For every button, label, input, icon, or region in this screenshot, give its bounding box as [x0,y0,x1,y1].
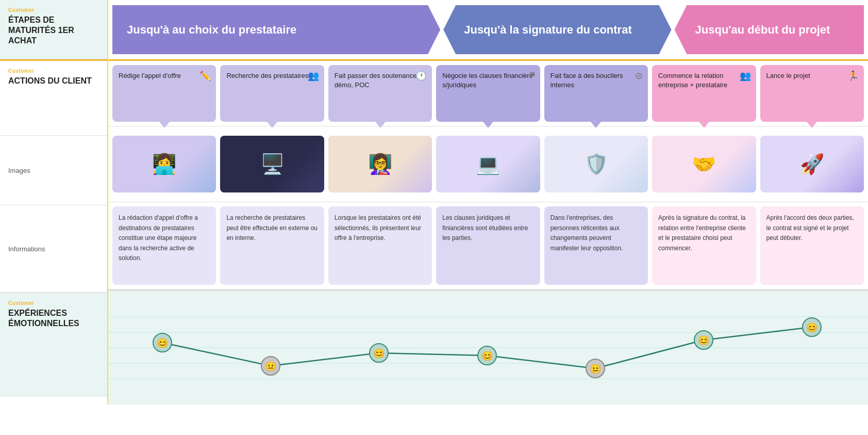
image-6: 🚀 [760,136,864,192]
main-content: Jusqu'à au choix du prestataire Jusqu'à … [108,0,868,405]
row-info: La rédaction d'appel d'offre a destinati… [108,202,868,290]
action-arrow-0 [159,122,170,128]
action-icon-0: ✏️ [199,70,211,82]
row-etapes: Jusqu'à au choix du prestataire Jusqu'à … [108,0,868,59]
action-arrow-2 [375,122,386,128]
row-emotions: 😊 😐 😊 😊 😐 😊 😊 [108,290,868,405]
action-icon-1: 👥 [308,70,319,82]
action-card-6: Lance le projet 🏃 [760,65,864,122]
image-cell-6: 🚀 [760,136,864,192]
sidebar-emotions-title: EXPÉRIENCES ÉMOTIONNELLES [8,308,99,329]
image-3: 💻 [436,136,540,192]
info-card-1: La recherche de prestataires peut être e… [220,206,324,285]
image-cell-0: 👩‍💻 [112,136,216,192]
banner-prestataire: Jusqu'à au choix du prestataire [112,5,440,54]
action-icon-6: 🏃 [847,70,859,82]
emotion-emoji-5: 😊 [698,335,710,346]
image-cell-1: 🖥️ [220,136,324,192]
info-card-3: Les clauses juridiques et finiancières s… [436,206,540,285]
action-arrow-3 [483,122,493,128]
action-card-1: Recherche des prestataires 👥 [220,65,324,122]
page-layout: Customer ÉTAPES DE MATURITÉS 1ER ACHAT C… [0,0,868,405]
action-card-3: Négocie les clauses financière s/juridiq… [436,65,540,122]
emotion-emoji-6: 😊 [806,322,818,333]
image-cell-4: 🛡️ [544,136,648,192]
image-5: 🤝 [652,136,756,192]
action-card-0: Rédige l'appel d'offre ✏️ [112,65,216,122]
banner-debut: Jusqu'au début du projet [675,5,864,54]
image-4: 🛡️ [544,136,648,192]
image-cell-2: 👩‍🏫 [328,136,432,192]
action-arrow-6 [807,122,817,128]
emotion-emoji-1: 😐 [265,361,277,372]
emotion-emoji-0: 😊 [157,337,169,349]
emotions-svg: 😊 😐 😊 😊 😐 😊 😊 [108,296,868,399]
info-card-4: Dans l'entreprises, des personnes rétice… [544,206,648,285]
action-card-2: Fait passer des soutenances, démo, POC 🕐 [328,65,432,122]
row-actions: Rédige l'appel d'offre ✏️ Recherche des … [108,59,868,126]
sidebar-etapes-customer: Customer [8,7,99,13]
action-icon-2: 🕐 [415,70,427,82]
image-0: 👩‍💻 [112,136,216,192]
action-icon-4: ⊘ [635,70,643,82]
action-card-5: Commence la relation entreprise + presta… [652,65,756,122]
action-arrow-5 [699,122,709,128]
sidebar-images-label: Images [0,159,39,182]
info-card-0: La rédaction d'appel d'offre a destinati… [112,206,216,285]
banner-signature: Jusqu'à la signature du contrat [443,5,671,54]
sidebar-info-label: Informations [0,238,54,260]
image-1: 🖥️ [220,136,324,192]
info-card-2: Lorsque les prestataires ont été sélecti… [328,206,432,285]
emotion-emoji-4: 😐 [590,363,602,375]
sidebar-emotions-customer: Customer [8,300,99,306]
emotion-emoji-3: 😊 [481,350,493,362]
image-cell-5: 🤝 [652,136,756,192]
row-images: 👩‍💻 🖥️ 👩‍🏫 💻 🛡️ [108,126,868,202]
sidebar-emotions-cell: Customer EXPÉRIENCES ÉMOTIONNELLES [0,293,107,396]
sidebar-actions-customer: Customer [8,68,99,74]
sidebar-images-cell: Images [0,136,107,205]
action-icon-3: ❝ [529,70,535,84]
image-cell-3: 💻 [436,136,540,192]
action-arrow-1 [267,122,277,128]
image-2: 👩‍🏫 [328,136,432,192]
sidebar-etapes-title: ÉTAPES DE MATURITÉS 1ER ACHAT [8,15,99,46]
sidebar-etapes-cell: Customer ÉTAPES DE MATURITÉS 1ER ACHAT [0,0,107,59]
action-icon-5: 👥 [740,70,751,82]
emotion-emoji-2: 😊 [373,348,385,359]
action-arrow-4 [591,122,601,128]
action-card-4: Fait face à des boucliers internes ⊘ [544,65,648,122]
info-card-5: Après la signature du contrat, la relati… [652,206,756,285]
sidebar: Customer ÉTAPES DE MATURITÉS 1ER ACHAT C… [0,0,108,405]
sidebar-actions-cell: Customer ACTIONS DU CLIENT [0,59,107,136]
sidebar-actions-title: ACTIONS DU CLIENT [8,76,99,86]
sidebar-info-cell: Informations [0,205,107,293]
info-card-6: Après l'accord des deux parties, le cont… [760,206,864,285]
